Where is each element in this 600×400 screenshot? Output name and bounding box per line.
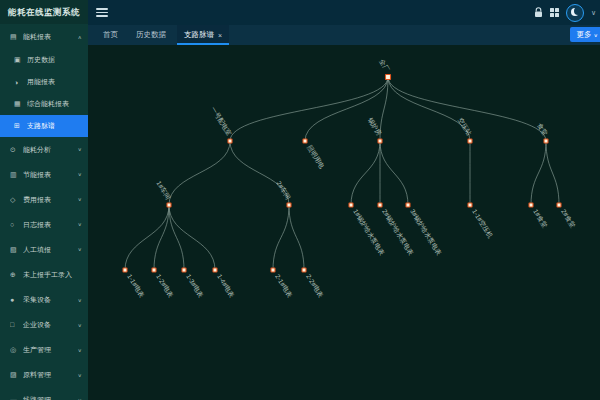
tree-link	[230, 77, 388, 141]
sidebar-item-label: 未上报手工录入	[23, 270, 82, 280]
sidebar-item-能耗分析[interactable]: ⊙能耗分析∨	[0, 137, 88, 162]
tree-node-空压站[interactable]	[468, 139, 472, 143]
chevron-down-icon: ∨	[78, 172, 82, 178]
sidebar-item-费用报表[interactable]: ◇费用报表∨	[0, 187, 88, 212]
tab-label: 历史数据	[136, 30, 166, 40]
tree-labels: 全厂一号配电室1#车间1-1#电表1-2#电表1-3#电表1-4#电表2#车间2…	[126, 58, 577, 299]
tree-node-label: 2#锅炉给水泵电表	[380, 208, 415, 257]
sidebar-item-生产管理[interactable]: ◎生产管理∨	[0, 337, 88, 362]
tab-历史数据[interactable]: 历史数据	[129, 25, 173, 45]
sidebar-item-线路管理[interactable]: ▬线路管理∨	[0, 387, 88, 400]
chevron-down-icon: ∨	[78, 372, 82, 378]
chevron-down-icon: ∨	[78, 197, 82, 203]
tree-node-2-2#电表[interactable]	[302, 268, 306, 272]
sidebar-item-能耗报表[interactable]: ▤能耗报表∧	[0, 24, 88, 49]
sidebar: 能耗在线监测系统 ▤能耗报表∧▣历史数据◑用能报表▦综合能耗报表⊞支路脉谱⊙能耗…	[0, 0, 88, 400]
tab-close-icon[interactable]: ×	[218, 32, 222, 39]
history-icon: ▣	[14, 56, 23, 64]
topology-icon: ⊞	[14, 122, 23, 130]
tree-link	[154, 205, 169, 270]
saving-icon: ▥	[10, 171, 19, 179]
tree-link	[169, 205, 184, 270]
tree-node-2#食堂[interactable]	[557, 203, 561, 207]
tree-node-label: 全厂	[378, 58, 391, 73]
tree-node-label: 空压站	[456, 116, 473, 137]
line-icon: ▬	[10, 396, 19, 400]
tree-node-1-3#电表[interactable]	[182, 268, 186, 272]
chevron-down-icon[interactable]: ∨	[591, 9, 596, 17]
topology-tree: 全厂一号配电室1#车间1-1#电表1-2#电表1-3#电表1-4#电表2#车间2…	[88, 45, 600, 400]
tree-canvas: 全厂一号配电室1#车间1-1#电表1-2#电表1-3#电表1-4#电表2#车间2…	[88, 45, 600, 400]
tree-node-2-1#电表[interactable]	[271, 268, 275, 272]
tab-首页[interactable]: 首页	[96, 25, 125, 45]
report-icon: ▤	[10, 33, 19, 41]
tree-node-label: 2#车间	[275, 180, 293, 201]
tree-node-label: 照明用电	[305, 144, 326, 171]
hamburger-icon[interactable]	[96, 8, 108, 17]
tree-node-全厂[interactable]	[386, 75, 391, 80]
sidebar-item-人工填报[interactable]: ▧人工填报∨	[0, 237, 88, 262]
sidebar-item-label: 能耗报表	[23, 32, 76, 42]
tree-node-锅炉房[interactable]	[378, 139, 382, 143]
more-button[interactable]: 更多 ∨	[570, 27, 600, 42]
chevron-down-icon: ∨	[78, 147, 82, 153]
sidebar-item-支路脉谱[interactable]: ⊞支路脉谱	[0, 115, 88, 137]
material-icon: ▨	[10, 371, 19, 379]
tree-node-label: 一号配电室	[209, 105, 233, 137]
tree-node-label: 1-1#空压机	[471, 208, 494, 240]
device-icon: □	[10, 321, 19, 328]
tab-label: 首页	[103, 30, 118, 40]
sidebar-item-label: 综合能耗报表	[27, 99, 82, 109]
sidebar-item-label: 原料管理	[23, 370, 76, 380]
sidebar-item-label: 支路脉谱	[27, 121, 82, 131]
tree-node-照明用电[interactable]	[303, 139, 307, 143]
composite-icon: ▦	[14, 100, 23, 108]
analysis-icon: ⊙	[10, 146, 19, 154]
sidebar-item-综合能耗报表[interactable]: ▦综合能耗报表	[0, 93, 88, 115]
log-icon: ○	[10, 221, 19, 228]
tree-node-1-4#电表[interactable]	[213, 268, 217, 272]
sidebar-item-采集设备[interactable]: ●采集设备∨	[0, 287, 88, 312]
sidebar-item-日志报表[interactable]: ○日志报表∨	[0, 212, 88, 237]
sidebar-item-节能报表[interactable]: ▥节能报表∨	[0, 162, 88, 187]
sidebar-item-用能报表[interactable]: ◑用能报表	[0, 71, 88, 93]
tree-node-一号配电室[interactable]	[228, 139, 232, 143]
tree-node-2#锅炉给水泵电表[interactable]	[378, 203, 382, 207]
tree-link	[351, 141, 380, 205]
sidebar-item-历史数据[interactable]: ▣历史数据	[0, 49, 88, 71]
sidebar-item-label: 企业设备	[23, 320, 76, 330]
sidebar-item-label: 节能报表	[23, 170, 76, 180]
sidebar-item-原料管理[interactable]: ▨原料管理∨	[0, 362, 88, 387]
chevron-down-icon: ∨	[594, 32, 598, 38]
sidebar-item-label: 线路管理	[23, 395, 76, 400]
tree-links	[125, 77, 559, 270]
sidebar-item-企业设备[interactable]: □企业设备∨	[0, 312, 88, 337]
tree-node-2#车间[interactable]	[287, 203, 291, 207]
apps-grid-icon[interactable]	[550, 8, 559, 17]
tree-node-1-1#电表[interactable]	[123, 268, 127, 272]
tree-node-食堂[interactable]	[544, 139, 548, 143]
chevron-up-icon: ∧	[78, 34, 82, 40]
tree-node-label: 1-2#电表	[155, 273, 175, 299]
lock-icon[interactable]	[534, 7, 543, 18]
tree-link	[380, 141, 408, 205]
tree-node-1#锅炉给水泵电表[interactable]	[349, 203, 353, 207]
sidebar-item-label: 能耗分析	[23, 145, 76, 155]
sidebar-item-未上报手工录入[interactable]: ⊕未上报手工录入	[0, 262, 88, 287]
tree-link	[230, 141, 289, 205]
chevron-down-icon: ∨	[78, 247, 82, 253]
tree-node-1-2#电表[interactable]	[152, 268, 156, 272]
user-avatar[interactable]	[566, 4, 584, 22]
tree-node-label: 1-3#电表	[185, 273, 205, 299]
tree-node-1#食堂[interactable]	[529, 203, 533, 207]
tree-node-3#锅炉给水泵电表[interactable]	[406, 203, 410, 207]
tree-node-1-1#空压机[interactable]	[468, 203, 472, 207]
tree-node-label: 1#锅炉给水泵电表	[351, 208, 386, 257]
manual-icon: ▧	[10, 246, 19, 254]
tree-link	[388, 77, 470, 141]
entry-icon: ⊕	[10, 271, 19, 279]
tree-link	[169, 141, 230, 205]
collector-icon: ●	[10, 296, 19, 303]
tab-支路脉谱[interactable]: 支路脉谱×	[177, 25, 229, 45]
tree-node-1#车间[interactable]	[167, 203, 171, 207]
